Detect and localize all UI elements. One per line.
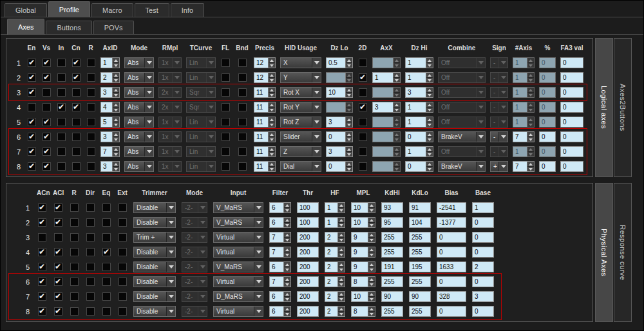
precision-spinner-buttons[interactable] bbox=[268, 147, 275, 156]
axx-spinner-down-button[interactable] bbox=[393, 77, 400, 82]
en-checkbox[interactable]: ✔ bbox=[28, 133, 36, 141]
sign-dropdown[interactable]: - bbox=[490, 146, 508, 157]
input-dropdown[interactable]: Virtual bbox=[213, 276, 263, 287]
en-checkbox[interactable]: ✔ bbox=[28, 88, 36, 97]
precision-spinner-down-button[interactable] bbox=[269, 62, 275, 68]
mpl-spinner[interactable]: 10 bbox=[351, 217, 375, 228]
in-checkbox[interactable] bbox=[57, 59, 66, 67]
rmpl-dropdown[interactable]: 2x bbox=[158, 87, 182, 98]
filter-spinner-up-button[interactable] bbox=[284, 262, 290, 267]
axx-spinner[interactable]: 3 bbox=[372, 102, 401, 113]
deadzone-low-spinner-up-button[interactable] bbox=[346, 162, 352, 166]
acl-checkbox[interactable]: ✔ bbox=[54, 248, 62, 256]
num-axis-spinner-buttons[interactable] bbox=[527, 73, 534, 82]
acn-checkbox[interactable]: ✔ bbox=[38, 203, 46, 212]
hf-spinner-down-button[interactable] bbox=[338, 267, 345, 272]
sign-dropdown[interactable]: + bbox=[490, 161, 508, 172]
trimmer-dropdown[interactable]: Disable bbox=[133, 247, 176, 258]
precision-spinner-down-button[interactable] bbox=[269, 77, 275, 82]
hf-spinner-buttons[interactable] bbox=[337, 218, 345, 227]
axid-spinner[interactable]: 4 bbox=[100, 102, 120, 113]
hf-spinner-buttons[interactable] bbox=[337, 307, 345, 316]
axid-spinner[interactable]: 2 bbox=[100, 72, 120, 83]
deadzone-high-spinner-up-button[interactable] bbox=[426, 147, 433, 151]
deadzone-high-spinner-down-button[interactable] bbox=[426, 107, 433, 112]
kdhi-field[interactable]: 90 bbox=[381, 291, 403, 302]
kdhi-field[interactable]: 255 bbox=[381, 247, 403, 258]
deadzone-low-spinner-buttons[interactable] bbox=[345, 73, 352, 82]
combine-dropdown[interactable]: Off bbox=[438, 72, 486, 83]
mpl-spinner[interactable]: 10 bbox=[351, 291, 375, 302]
combine-dropdown[interactable]: Off bbox=[438, 87, 486, 98]
mpl-spinner[interactable]: 9 bbox=[351, 232, 375, 243]
r-checkbox[interactable] bbox=[70, 278, 79, 286]
mode-dropdown[interactable]: Abs bbox=[124, 131, 154, 142]
trimmer-dropdown[interactable]: Disable bbox=[133, 276, 176, 287]
deadzone-high-spinner-buttons[interactable] bbox=[426, 73, 433, 82]
deadzone-high-spinner[interactable]: 1 bbox=[405, 72, 433, 83]
sign-dropdown[interactable]: - bbox=[490, 87, 508, 98]
deadzone-low-spinner-down-button[interactable] bbox=[346, 137, 352, 142]
percent-field[interactable]: 0 bbox=[539, 72, 556, 83]
axx-spinner-up-button[interactable] bbox=[393, 147, 400, 151]
threshold-field[interactable]: 200 bbox=[297, 291, 319, 302]
mode-dropdown[interactable]: -2- bbox=[182, 217, 207, 228]
num-axis-spinner[interactable]: 1 bbox=[513, 102, 535, 113]
deadzone-low-spinner[interactable] bbox=[326, 102, 353, 113]
axid-spinner-buttons[interactable] bbox=[112, 117, 119, 127]
precision-spinner-buttons[interactable] bbox=[268, 117, 275, 127]
deadzone-low-spinner[interactable]: 3 bbox=[326, 146, 353, 157]
axid-spinner-down-button[interactable] bbox=[113, 92, 119, 97]
axx-spinner[interactable] bbox=[372, 57, 401, 68]
deadzone-high-spinner-buttons[interactable] bbox=[426, 88, 433, 97]
cn-checkbox[interactable] bbox=[72, 162, 80, 171]
ext-checkbox[interactable] bbox=[118, 203, 127, 212]
combine-dropdown[interactable]: Off bbox=[438, 146, 486, 157]
mpl-spinner[interactable]: 9 bbox=[351, 261, 375, 272]
bias-field[interactable]: 0 bbox=[437, 247, 466, 258]
filter-spinner[interactable]: 6 bbox=[269, 202, 291, 213]
precision-spinner[interactable]: 12 bbox=[254, 72, 276, 83]
num-axis-spinner-buttons[interactable] bbox=[527, 147, 534, 156]
num-axis-spinner-up-button[interactable] bbox=[527, 58, 534, 62]
axid-spinner-buttons[interactable] bbox=[112, 58, 119, 68]
acn-checkbox[interactable]: ✔ bbox=[38, 263, 46, 271]
r-checkbox[interactable] bbox=[87, 73, 95, 82]
in-checkbox[interactable] bbox=[57, 133, 66, 141]
tab-profile[interactable]: Profile bbox=[48, 1, 90, 17]
precision-spinner-up-button[interactable] bbox=[269, 162, 275, 166]
sign-dropdown[interactable]: - bbox=[490, 102, 508, 113]
mpl-spinner-down-button[interactable] bbox=[368, 237, 375, 242]
bnd-checkbox[interactable] bbox=[238, 162, 247, 171]
filter-spinner-up-button[interactable] bbox=[284, 292, 290, 296]
deadzone-low-spinner-buttons[interactable] bbox=[345, 102, 352, 112]
deadzone-low-spinner[interactable]: 0.5 bbox=[326, 57, 353, 68]
axid-spinner-down-button[interactable] bbox=[113, 77, 119, 82]
deadzone-low-spinner-buttons[interactable] bbox=[345, 162, 352, 171]
deadzone-high-spinner[interactable]: 1 bbox=[405, 102, 433, 113]
hid-usage-dropdown[interactable]: Dial bbox=[280, 161, 321, 172]
fl-checkbox[interactable] bbox=[222, 103, 230, 111]
axid-spinner-down-button[interactable] bbox=[113, 107, 119, 112]
rmpl-dropdown[interactable]: 1x bbox=[158, 131, 182, 142]
bnd-checkbox[interactable] bbox=[238, 133, 247, 141]
num-axis-spinner[interactable]: 7 bbox=[513, 161, 535, 172]
acl-checkbox[interactable] bbox=[54, 233, 62, 241]
subtab-axes[interactable]: Axes bbox=[7, 19, 44, 35]
mode-dropdown[interactable]: -2- bbox=[182, 291, 207, 302]
axx-spinner-up-button[interactable] bbox=[393, 58, 400, 62]
axid-spinner-down-button[interactable] bbox=[113, 122, 119, 127]
deadzone-high-spinner-down-button[interactable] bbox=[426, 77, 433, 82]
mpl-spinner-buttons[interactable] bbox=[368, 232, 375, 242]
axx-spinner-down-button[interactable] bbox=[393, 137, 400, 142]
side-tab-response-curve[interactable]: Response curve bbox=[614, 183, 632, 322]
kdhi-field[interactable]: 93 bbox=[381, 202, 403, 213]
deadzone-high-spinner-up-button[interactable] bbox=[426, 132, 433, 137]
precision-spinner-buttons[interactable] bbox=[268, 132, 275, 142]
filter-spinner-down-button[interactable] bbox=[284, 207, 290, 213]
percent-field[interactable]: 0 bbox=[539, 87, 556, 98]
subtab-povs[interactable]: POVs bbox=[93, 21, 134, 34]
fa3-val-field[interactable]: 0 bbox=[560, 57, 583, 68]
axx-spinner-down-button[interactable] bbox=[393, 92, 400, 97]
precision-spinner-up-button[interactable] bbox=[269, 58, 275, 62]
